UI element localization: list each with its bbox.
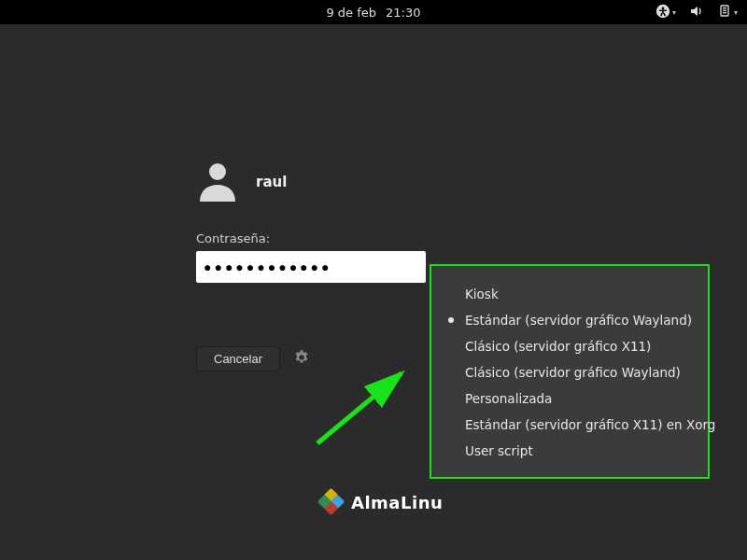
svg-rect-7 xyxy=(723,7,726,8)
session-item-label: Personalizada xyxy=(465,391,552,406)
session-item-label: Estándar (servidor gráfico Wayland) xyxy=(465,313,692,328)
session-item-kiosk[interactable]: Kiosk xyxy=(439,281,700,307)
topbar-date: 9 de feb xyxy=(326,6,376,20)
session-item-label: User script xyxy=(465,443,533,458)
brand-text: AlmaLinu xyxy=(351,493,443,512)
user-row: raul xyxy=(196,159,588,205)
session-item-label: Kiosk xyxy=(465,287,499,301)
top-bar: 9 de feb 21:30 ▾ ▾ xyxy=(0,0,747,24)
almalinux-logo-icon xyxy=(319,490,344,514)
svg-point-1 xyxy=(662,7,665,9)
session-item-standard-wayland[interactable]: Estándar (servidor gráfico Wayland) xyxy=(439,307,700,333)
session-menu: Kiosk Estándar (servidor gráfico Wayland… xyxy=(430,264,710,479)
accessibility-icon xyxy=(655,4,670,21)
power-menu[interactable]: ▾ xyxy=(717,4,738,21)
annotation-arrow xyxy=(308,359,430,453)
session-gear-button[interactable] xyxy=(293,349,310,370)
topbar-time: 21:30 xyxy=(386,6,420,20)
selected-dot-icon xyxy=(448,317,454,323)
svg-rect-9 xyxy=(723,12,726,13)
chevron-down-icon: ▾ xyxy=(672,8,676,17)
gear-icon xyxy=(293,349,310,366)
svg-line-11 xyxy=(317,373,402,443)
accessibility-menu[interactable]: ▾ xyxy=(655,4,676,21)
volume-icon[interactable] xyxy=(689,4,704,21)
session-item-label: Estándar (servidor gráfico X11) en Xorg xyxy=(465,417,715,432)
cancel-button[interactable]: Cancelar xyxy=(196,346,280,371)
username-label: raul xyxy=(256,174,287,190)
session-item-label: Clásico (servidor gráfico Wayland) xyxy=(465,365,681,380)
session-item-user-script[interactable]: User script xyxy=(439,438,700,464)
session-item-standard-x11-xorg[interactable]: Estándar (servidor gráfico X11) en Xorg xyxy=(439,412,700,438)
svg-point-10 xyxy=(209,163,226,180)
session-item-classic-x11[interactable]: Clásico (servidor gráfico X11) xyxy=(439,333,700,359)
svg-rect-3 xyxy=(662,9,664,13)
power-menu-icon xyxy=(717,4,732,21)
session-item-custom[interactable]: Personalizada xyxy=(439,385,700,412)
chevron-down-icon: ▾ xyxy=(734,8,738,17)
password-input[interactable] xyxy=(196,251,426,283)
svg-rect-8 xyxy=(723,9,726,10)
session-item-classic-wayland[interactable]: Clásico (servidor gráfico Wayland) xyxy=(439,359,700,385)
avatar-icon xyxy=(196,159,239,205)
distro-brand: AlmaLinu xyxy=(319,490,443,514)
password-label: Contraseña: xyxy=(196,231,588,245)
session-item-label: Clásico (servidor gráfico X11) xyxy=(465,339,651,354)
